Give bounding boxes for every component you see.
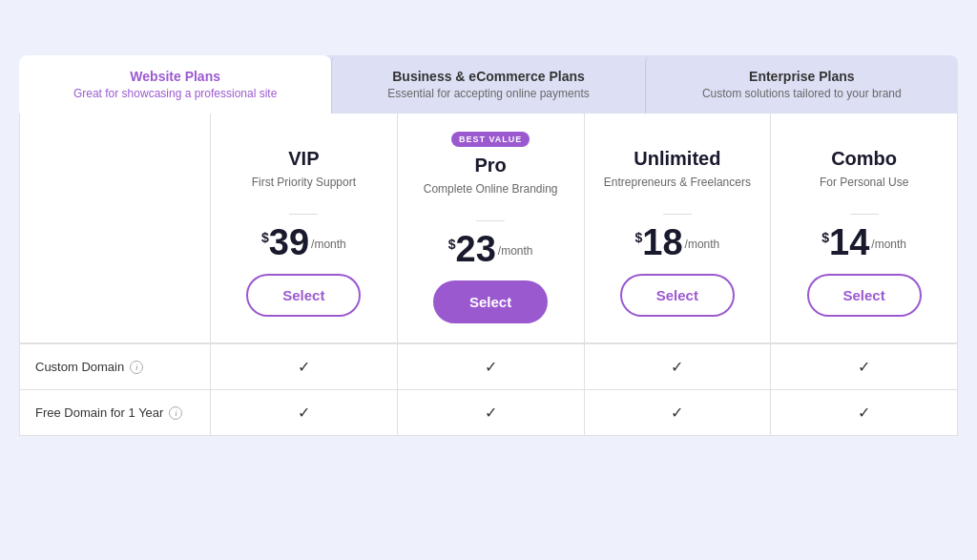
header-section (0, 0, 977, 55)
check-mark-0-3: ✓ (858, 359, 870, 375)
feature-label-cell-0: Custom Domain i (20, 344, 211, 389)
plan-cols: VIP First Priority Support $ 39 /month S… (211, 114, 957, 342)
info-icon-1[interactable]: i (169, 406, 182, 420)
feature-check-cell-1-0: ✓ (211, 390, 398, 435)
plan-col-vip: VIP First Priority Support $ 39 /month S… (211, 114, 398, 342)
price-dollar-unlimited: $ (634, 230, 642, 245)
plan-price-row-pro: $ 23 /month (407, 231, 574, 267)
price-dollar-pro: $ (448, 237, 456, 252)
tab-label-enterprise: Enterprise Plans (665, 69, 939, 84)
check-mark-1-2: ✓ (671, 404, 683, 421)
check-mark-1-3: ✓ (858, 404, 870, 421)
price-dollar-vip: $ (261, 230, 269, 245)
feature-check-cell-1-2: ✓ (585, 390, 772, 435)
info-icon-0[interactable]: i (130, 361, 143, 374)
tab-sublabel-enterprise: Custom solutions tailored to your brand (665, 87, 939, 100)
feature-row-0: Custom Domain i ✓ ✓ ✓ ✓ (20, 343, 957, 389)
tab-sublabel-business: Essential for accepting online payments (351, 87, 625, 100)
plans-section: VIP First Priority Support $ 39 /month S… (19, 114, 958, 436)
plan-name-vip: VIP (220, 148, 387, 170)
tab-label-business: Business & eCommerce Plans (351, 69, 625, 84)
badge-spacer (780, 129, 947, 148)
feature-check-cell-0-0: ✓ (211, 344, 398, 389)
plan-divider-unlimited (663, 214, 692, 215)
select-button-vip[interactable]: Select (246, 274, 361, 317)
tab-label-website: Website Plans (38, 69, 312, 84)
feature-check-cell-1-3: ✓ (771, 390, 957, 435)
feature-rows-container: Custom Domain i ✓ ✓ ✓ ✓ Free Domain for … (20, 343, 957, 435)
feature-label-text-0: Custom Domain (35, 360, 124, 374)
price-amount-pro: 23 (456, 231, 496, 267)
check-mark-0-2: ✓ (671, 359, 683, 375)
tab-website[interactable]: Website Plans Great for showcasing a pro… (19, 55, 331, 114)
plan-desc-vip: First Priority Support (220, 176, 387, 204)
plan-desc-combo: For Personal Use (780, 176, 947, 204)
tab-business[interactable]: Business & eCommerce Plans Essential for… (331, 55, 644, 114)
plan-price-row-vip: $ 39 /month (220, 224, 387, 260)
feature-row-1: Free Domain for 1 Year i ✓ ✓ ✓ ✓ (20, 389, 957, 435)
price-amount-unlimited: 18 (642, 224, 682, 260)
select-button-pro[interactable]: Select (433, 280, 548, 323)
plans-header-row: VIP First Priority Support $ 39 /month S… (20, 114, 957, 343)
plan-divider-pro (476, 220, 505, 221)
plan-price-row-combo: $ 14 /month (780, 224, 947, 260)
price-period-vip: /month (311, 238, 346, 251)
plan-price-row-unlimited: $ 18 /month (594, 224, 761, 260)
plan-name-pro: Pro (407, 155, 574, 176)
feature-check-cell-0-1: ✓ (398, 344, 585, 389)
price-period-combo: /month (871, 238, 906, 251)
check-mark-0-1: ✓ (485, 359, 497, 375)
price-period-unlimited: /month (685, 238, 720, 251)
plan-name-combo: Combo (780, 148, 947, 170)
price-period-pro: /month (498, 244, 533, 258)
check-mark-0-0: ✓ (298, 359, 310, 375)
plan-divider-combo (850, 214, 879, 215)
feature-check-cell-0-3: ✓ (771, 344, 957, 389)
feature-check-cell-1-1: ✓ (398, 390, 585, 435)
tab-enterprise[interactable]: Enterprise Plans Custom solutions tailor… (645, 55, 958, 114)
feature-label-cell-1: Free Domain for 1 Year i (20, 390, 211, 435)
check-mark-1-0: ✓ (298, 404, 310, 421)
plan-label-empty-cell (20, 114, 211, 342)
select-button-combo[interactable]: Select (807, 274, 922, 317)
feature-label-text-1: Free Domain for 1 Year (35, 405, 163, 420)
plan-col-combo: Combo For Personal Use $ 14 /month Selec… (771, 114, 957, 342)
page-wrapper: Website Plans Great for showcasing a pro… (0, 0, 977, 436)
tab-section: Website Plans Great for showcasing a pro… (19, 55, 958, 114)
plan-desc-pro: Complete Online Branding (407, 182, 574, 211)
plan-desc-unlimited: Entrepreneurs & Freelancers (594, 176, 761, 204)
check-mark-1-1: ✓ (485, 404, 497, 421)
tab-sublabel-website: Great for showcasing a professional site (38, 87, 312, 100)
plan-divider-vip (289, 214, 318, 215)
price-amount-combo: 14 (829, 224, 869, 260)
feature-check-cell-0-2: ✓ (585, 344, 772, 389)
badge-spacer (220, 129, 387, 148)
select-button-unlimited[interactable]: Select (620, 274, 735, 317)
plan-col-unlimited: Unlimited Entrepreneurs & Freelancers $ … (585, 114, 772, 342)
badge-spacer (594, 129, 761, 148)
price-dollar-combo: $ (821, 230, 829, 245)
best-value-badge: BEST VALUE (451, 132, 530, 147)
plan-name-unlimited: Unlimited (594, 148, 761, 170)
price-amount-vip: 39 (269, 224, 309, 260)
plan-col-pro: BEST VALUE Pro Complete Online Branding … (398, 114, 585, 342)
